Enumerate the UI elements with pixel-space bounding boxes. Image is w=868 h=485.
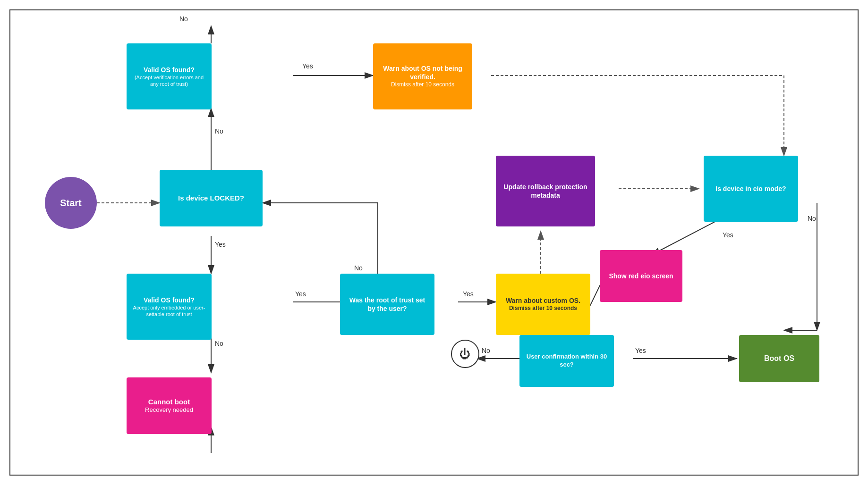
valid-os-unlocked-node: Valid OS found? (Accept verification err… [127,43,212,109]
is-device-locked-label: Is device LOCKED? [178,193,244,203]
label-yes-locked-down: Yes [215,241,226,248]
warn-custom-os-node: Warn about custom OS. Dismiss after 10 s… [496,274,590,335]
label-yes-user-conf: Yes [635,347,646,354]
boot-os-label: Boot OS [764,354,794,364]
cannot-boot-node: Cannot boot Recovery needed [127,377,212,434]
is-device-locked-node: Is device LOCKED? [160,170,263,226]
label-no-was-root: No [354,264,363,272]
start-label: Start [60,197,82,209]
user-confirmation-node: User confirmation within 30 sec? [519,335,614,387]
label-no-user-conf: No [482,347,490,354]
cannot-boot-label: Cannot boot Recovery needed [145,397,193,414]
warn-os-not-verified-label: Warn about OS not being verified. Dismis… [378,64,468,89]
label-yes-valid-locked: Yes [295,290,306,298]
label-no-locked-up: No [215,127,223,135]
valid-os-locked-label: Valid OS found? Accept only embedded or … [131,296,207,318]
label-yes-eio: Yes [723,231,733,239]
start-node: Start [45,177,97,229]
was-root-set-label: Was the root of trust set by the user? [345,296,430,313]
valid-os-unlocked-label: Valid OS found? (Accept verification err… [131,66,207,88]
label-no-eio: No [808,215,816,222]
show-red-eio-label: Show red eio screen [609,272,673,280]
diagram-container: Start Valid OS found? (Accept verificati… [0,0,868,485]
label-no-up-top: No [179,15,188,23]
update-rollback-node: Update rollback protection metadata [496,156,595,226]
user-confirmation-label: User confirmation within 30 sec? [524,353,609,369]
was-root-set-node: Was the root of trust set by the user? [340,274,434,335]
warn-custom-os-label: Warn about custom OS. Dismiss after 10 s… [506,296,580,312]
label-yes-valid-unlocked: Yes [302,62,313,70]
label-yes-was-root: Yes [463,290,474,298]
is-device-eio-node: Is device in eio mode? [704,156,798,222]
show-red-eio-node: Show red eio screen [600,250,682,302]
label-no-valid-locked: No [215,340,223,347]
update-rollback-label: Update rollback protection metadata [501,183,590,200]
warn-os-not-verified-node: Warn about OS not being verified. Dismis… [373,43,472,109]
power-off-icon: ⏻ [451,340,479,368]
is-device-eio-label: Is device in eio mode? [715,184,786,193]
valid-os-locked-node: Valid OS found? Accept only embedded or … [127,274,212,340]
boot-os-node: Boot OS [739,335,819,382]
